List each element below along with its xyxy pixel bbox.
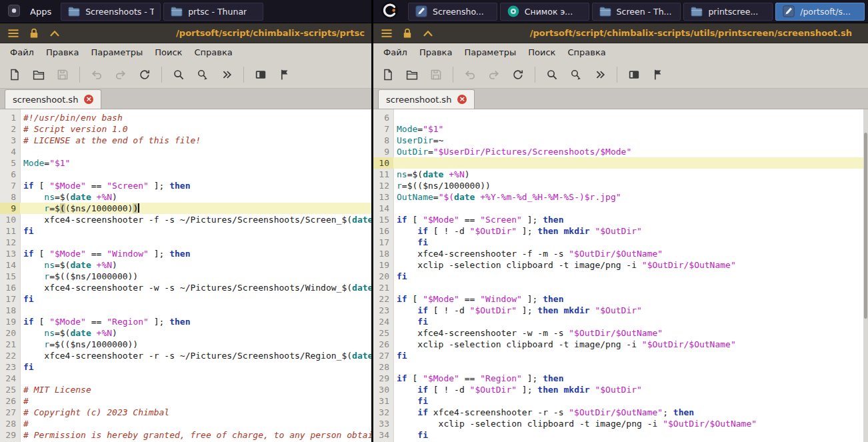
code-line-27[interactable]: 27fi bbox=[373, 350, 868, 361]
taskbar-button[interactable]: Снимок э... bbox=[500, 3, 589, 21]
code-line-27[interactable]: 27# Copyright (c) 2023 Chimbal bbox=[0, 407, 371, 418]
shade-up-button[interactable] bbox=[48, 27, 61, 40]
new-file-button[interactable] bbox=[377, 63, 399, 86]
code-line-21[interactable]: 21 bbox=[373, 282, 868, 293]
shade-up-button[interactable] bbox=[421, 27, 435, 40]
lock-button[interactable] bbox=[27, 27, 41, 40]
code-line-6[interactable]: 6 bbox=[373, 112, 868, 123]
vertical-scrollbar[interactable] bbox=[863, 109, 868, 442]
applications-menu-button[interactable] bbox=[377, 0, 403, 23]
taskbar-button[interactable]: prtsc - Thunar bbox=[163, 3, 263, 21]
code-line-26[interactable]: 26# bbox=[0, 395, 371, 407]
code-line-15[interactable]: 15if [ "$Mode" == "Screen" ]; then bbox=[373, 214, 868, 225]
menu-item-0[interactable]: Файл bbox=[4, 45, 40, 59]
find-replace-button[interactable] bbox=[565, 63, 587, 86]
code-line-13[interactable]: 13OutName="$(date +%Y-%m-%d_%H-%M-%S-)$r… bbox=[373, 191, 868, 203]
panel-toggle-button[interactable] bbox=[249, 63, 272, 86]
taskbar-button[interactable]: printscree... bbox=[683, 3, 773, 21]
reload-button[interactable] bbox=[507, 63, 529, 86]
taskbar-button[interactable]: Screenshoots - Thunar bbox=[61, 3, 161, 21]
code-line-16[interactable]: 16 xfce4-screenshooter -w -s ~/Pictures/… bbox=[0, 282, 371, 293]
code-line-16[interactable]: 16 if [ ! -d "$OutDir" ]; then mkdir "$O… bbox=[373, 225, 868, 237]
code-line-19[interactable]: 19 xclip -selection clipboard -t image/p… bbox=[373, 259, 868, 271]
chevron-more-button[interactable] bbox=[589, 63, 611, 86]
code-line-2[interactable]: 2# Script version 1.0 bbox=[0, 123, 371, 135]
menu-item-2[interactable]: Параметры bbox=[458, 45, 522, 59]
code-line-13[interactable]: 13if [ "$Mode" == "Window" ]; then bbox=[0, 248, 371, 259]
code-line-17[interactable]: 17 fi bbox=[373, 237, 868, 248]
code-line-20[interactable]: 20 ns=$(date +%N) bbox=[0, 327, 371, 339]
tab-screenshoot-sh[interactable]: screenshoot.sh × bbox=[5, 89, 101, 109]
code-line-6[interactable]: 6 bbox=[0, 169, 371, 180]
code-line-7[interactable]: 7if [ "$Mode" == "Screen" ]; then bbox=[0, 180, 371, 191]
code-line-30[interactable]: 30 if [ ! -d "$OutDir" ]; then mkdir "$O… bbox=[373, 384, 868, 395]
code-line-8[interactable]: 8 ns=$(date +%N) bbox=[0, 191, 371, 203]
scrollbar-thumb[interactable] bbox=[864, 133, 867, 319]
open-folder-button[interactable] bbox=[27, 63, 50, 86]
taskbar-button[interactable]: Screen - Th... bbox=[592, 3, 681, 21]
code-line-33[interactable]: 33 xclip -selection clipboard -t image/p… bbox=[373, 418, 868, 429]
code-line-11[interactable]: 11ns=$(date +%N) bbox=[373, 169, 868, 180]
code-line-31[interactable]: 31 fi bbox=[373, 395, 868, 407]
reload-button[interactable] bbox=[133, 63, 156, 86]
hamburger-menu-button[interactable] bbox=[380, 27, 393, 40]
code-line-5[interactable]: 5Mode="$1" bbox=[0, 157, 371, 169]
code-line-23[interactable]: 23 if [ ! -d "$OutDir" ]; then mkdir "$O… bbox=[373, 305, 868, 316]
code-line-19[interactable]: 19if [ "$Mode" == "Region" ]; then bbox=[0, 316, 371, 327]
bookmark-flag-button[interactable] bbox=[273, 63, 296, 86]
find-button[interactable] bbox=[167, 63, 190, 86]
code-line-25[interactable]: 25 xfce4-screenshooter -w -m -s "$OutDir… bbox=[373, 327, 868, 339]
code-line-23[interactable]: 23fi bbox=[0, 361, 371, 373]
menu-item-1[interactable]: Правка bbox=[413, 45, 458, 59]
code-line-28[interactable]: 28 bbox=[373, 361, 868, 373]
code-line-7[interactable]: 7Mode="$1" bbox=[373, 123, 868, 135]
code-line-18[interactable]: 18 bbox=[0, 305, 371, 316]
find-replace-button[interactable] bbox=[191, 63, 214, 86]
hamburger-menu-button[interactable] bbox=[7, 27, 20, 40]
code-line-29[interactable]: 29# Permission is hereby granted, free o… bbox=[0, 429, 371, 441]
applications-menu-button[interactable]: Apps bbox=[3, 3, 55, 21]
code-line-8[interactable]: 8UserDir=~ bbox=[373, 135, 868, 146]
taskbar-button[interactable]: /portsoft/s... bbox=[775, 3, 865, 21]
menu-item-2[interactable]: Параметры bbox=[85, 45, 149, 59]
find-button[interactable] bbox=[541, 63, 563, 86]
code-line-14[interactable]: 14 bbox=[373, 203, 868, 214]
code-line-11[interactable]: 11fi bbox=[0, 225, 371, 237]
menu-item-0[interactable]: Файл bbox=[377, 45, 413, 59]
code-line-1[interactable]: 1#!/usr/bin/env bash bbox=[0, 112, 371, 123]
tab-screenshoot-sh[interactable]: screenshoot.sh × bbox=[378, 89, 475, 109]
menu-item-3[interactable]: Поиск bbox=[522, 45, 561, 59]
open-folder-button[interactable] bbox=[401, 63, 423, 86]
code-line-25[interactable]: 25# MIT License bbox=[0, 384, 371, 395]
lock-button[interactable] bbox=[401, 27, 414, 40]
code-line-22[interactable]: 22 xfce4-screenshooter -r -s ~/Pictures/… bbox=[0, 350, 371, 361]
code-line-20[interactable]: 20fi bbox=[373, 271, 868, 282]
code-line-14[interactable]: 14 ns=$(date +%N) bbox=[0, 259, 371, 271]
code-editor[interactable]: 1#!/usr/bin/env bash2# Script version 1.… bbox=[0, 109, 371, 442]
code-line-10[interactable]: 10 bbox=[373, 157, 868, 169]
close-tab-button[interactable]: × bbox=[84, 95, 93, 104]
code-line-34[interactable]: 34 fi bbox=[373, 429, 868, 441]
code-line-21[interactable]: 21 r=$(($ns/1000000)) bbox=[0, 339, 371, 350]
panel-toggle-button[interactable] bbox=[623, 63, 645, 86]
taskbar-button[interactable]: Screensho... bbox=[408, 3, 497, 21]
bookmark-flag-button[interactable] bbox=[647, 63, 669, 86]
menu-item-3[interactable]: Поиск bbox=[149, 45, 188, 59]
code-line-24[interactable]: 24 bbox=[0, 373, 371, 384]
code-line-9[interactable]: 9OutDir="$UserDir/Pictures/Screenshoots/… bbox=[373, 146, 868, 157]
code-line-24[interactable]: 24 fi bbox=[373, 316, 868, 327]
code-line-12[interactable]: 12r=$(($ns/1000000)) bbox=[373, 180, 868, 191]
code-line-18[interactable]: 18 xfce4-screenshooter -f -m -s "$OutDir… bbox=[373, 248, 868, 259]
code-line-3[interactable]: 3# LICENSE at the end of this file! bbox=[0, 135, 371, 146]
code-line-26[interactable]: 26 xclip -selection clipboard -t image/p… bbox=[373, 339, 868, 350]
chevron-more-button[interactable] bbox=[215, 63, 238, 86]
code-line-9[interactable]: 9 r=$(($ns/1000000)) bbox=[0, 203, 371, 214]
close-tab-button[interactable]: × bbox=[457, 95, 467, 104]
code-line-15[interactable]: 15 r=$(($ns/1000000)) bbox=[0, 271, 371, 282]
code-line-29[interactable]: 29if [ "$Mode" == "Region" ]; then bbox=[373, 373, 868, 384]
code-line-4[interactable]: 4 bbox=[0, 146, 371, 157]
code-line-32[interactable]: 32 if xfce4-screenshooter -r -s "$OutDir… bbox=[373, 407, 868, 418]
code-line-10[interactable]: 10 xfce4-screenshooter -f -s ~/Pictures/… bbox=[0, 214, 371, 225]
code-line-28[interactable]: 28# bbox=[0, 418, 371, 429]
menu-item-4[interactable]: Справка bbox=[561, 45, 611, 59]
